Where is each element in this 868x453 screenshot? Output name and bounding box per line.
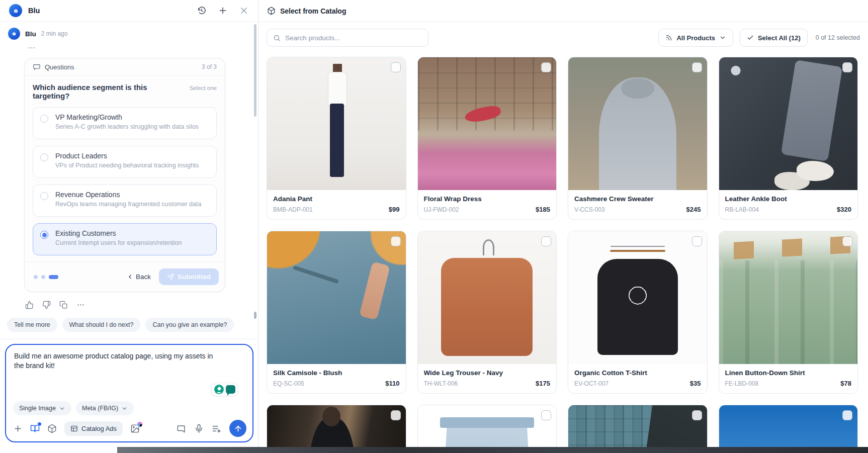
answer-option[interactable]: Product Leaders VPs of Product needing b… [33,146,217,178]
product-checkbox[interactable] [692,236,702,246]
ai-assist-pill[interactable] [211,383,238,396]
suggestion-chip[interactable]: Tell me more [7,318,57,332]
image-asset-icon[interactable] [130,424,140,433]
product-card[interactable] [719,405,858,453]
comment-icon[interactable] [177,424,186,433]
questions-card-header: Questions 3 of 3 [25,58,225,76]
catalog-ads-button[interactable]: Catalog Ads [64,421,123,436]
message-composer[interactable]: Build me an awesome product catalog page… [5,344,253,442]
product-search[interactable] [267,29,428,47]
product-card[interactable] [568,405,708,453]
microphone-icon[interactable] [194,424,204,433]
product-card[interactable]: Organic Cotton T-Shirt EV-OCT-007 $35 [568,231,708,394]
message-sender: Blu [25,30,36,38]
product-sku: V-CCS-003 [574,206,605,213]
product-checkbox[interactable] [692,62,702,72]
product-checkbox[interactable] [842,236,852,246]
suggestion-chip[interactable]: Can you give an example? [145,318,234,332]
new-chat-icon[interactable] [218,6,228,16]
more-options-icon[interactable] [76,301,85,309]
product-checkbox[interactable] [692,410,702,420]
product-image [418,405,557,453]
radio-icon[interactable] [40,231,48,239]
pagination-dot[interactable] [41,275,45,279]
channel-selector[interactable]: Meta (FB/IG) [76,401,134,415]
product-card[interactable]: Cashmere Crew Sweater V-CCS-003 $245 [568,57,708,220]
search-icon [273,34,281,42]
radio-icon[interactable] [40,115,48,123]
history-icon[interactable] [197,6,207,16]
chevron-down-icon [59,405,65,412]
product-image [719,405,858,453]
product-card[interactable]: Wide Leg Trouser - Navy TH-WLT-006 $175 [417,231,557,394]
product-checkbox[interactable] [842,62,852,72]
chat-panel: Blu Blu 2 min ago ... Questions 3 of 3 W… [0,0,258,453]
attach-plus-icon[interactable] [13,424,23,433]
product-grid-scroll[interactable]: Adania Pant BMB-ADP-001 $99 Floral Wrap … [258,53,868,453]
answer-option[interactable]: Revenue Operations RevOps teams managing… [33,185,217,217]
product-checkbox[interactable] [391,410,401,420]
product-checkbox[interactable] [541,236,551,246]
back-button[interactable]: Back [122,270,156,284]
answer-option[interactable]: VP Marketing/Growth Series A-C growth le… [33,107,217,139]
thumbs-down-icon[interactable] [42,301,51,309]
submitted-button[interactable]: Submitted [159,268,219,285]
brand-kit-book-icon[interactable] [30,424,40,433]
chevron-down-icon [719,34,726,41]
product-card[interactable]: Adania Pant BMB-ADP-001 $99 [267,57,406,220]
pagination-dot[interactable] [34,275,38,279]
product-price: $245 [686,206,701,213]
questions-card: Questions 3 of 3 Which audience segment … [24,58,225,292]
product-card[interactable] [267,405,406,453]
product-price: $35 [690,380,701,387]
close-icon[interactable] [239,6,249,16]
copy-icon[interactable] [59,301,68,309]
pagination-dot[interactable] [49,275,58,279]
product-card[interactable] [417,405,557,453]
teal-chat-icon[interactable] [226,385,235,394]
questions-progress: 3 of 3 [202,63,217,70]
product-image [568,231,707,364]
chat-scrollbar[interactable] [254,24,256,117]
product-checkbox[interactable] [541,62,551,72]
product-price: $320 [837,206,851,213]
app-window: Blu Blu 2 min ago ... Questions 3 of 3 W… [0,0,868,453]
questions-card-title: Questions [45,63,74,71]
product-card[interactable]: Leather Ankle Boot RB-LAB-004 $320 [719,57,858,220]
check-icon [747,34,754,41]
format-selector[interactable]: Single Image [13,401,71,415]
product-image [418,231,557,364]
product-checkbox[interactable] [541,410,551,420]
search-input[interactable] [285,34,422,42]
product-checkbox[interactable] [391,236,401,246]
product-name: Wide Leg Trouser - Navy [424,369,551,377]
product-image [418,57,557,190]
product-name: Leather Ankle Boot [725,195,852,203]
chevron-down-icon [121,405,128,412]
speech-bubble-icon [33,63,41,71]
product-card[interactable]: Silk Camisole - Blush EQ-SC-005 $110 [267,231,406,394]
radio-icon[interactable] [40,192,48,200]
product-card[interactable]: Linen Button-Down Shirt FE-LBD-008 $78 [719,231,858,394]
chat-scrollbar-lower[interactable] [254,312,256,319]
product-price: $185 [536,206,550,213]
composer-input[interactable]: Build me an awesome product catalog page… [6,345,227,371]
queue-prompt-icon[interactable] [212,424,221,433]
product-name: Linen Button-Down Shirt [725,369,852,377]
send-button[interactable] [229,420,246,437]
product-checkbox[interactable] [391,62,401,72]
product-card[interactable]: Floral Wrap Dress UJ-FWD-002 $185 [417,57,557,220]
product-sku: UJ-FWD-002 [424,206,459,213]
product-filter-dropdown[interactable]: All Products [658,29,733,47]
suggestion-chip[interactable]: What should I do next? [62,318,141,332]
package-icon [267,7,276,15]
lightbulb-icon[interactable] [214,385,224,394]
thumbs-up-icon[interactable] [25,301,34,309]
select-all-button[interactable]: Select All (12) [740,29,808,47]
radio-icon[interactable] [40,153,48,161]
answer-option[interactable]: Existing Customers Current Intempt users… [33,223,217,255]
product-checkbox[interactable] [842,410,852,420]
product-sku: BMB-ADP-001 [273,206,313,213]
package-icon[interactable] [47,424,57,433]
product-price: $175 [536,380,550,387]
